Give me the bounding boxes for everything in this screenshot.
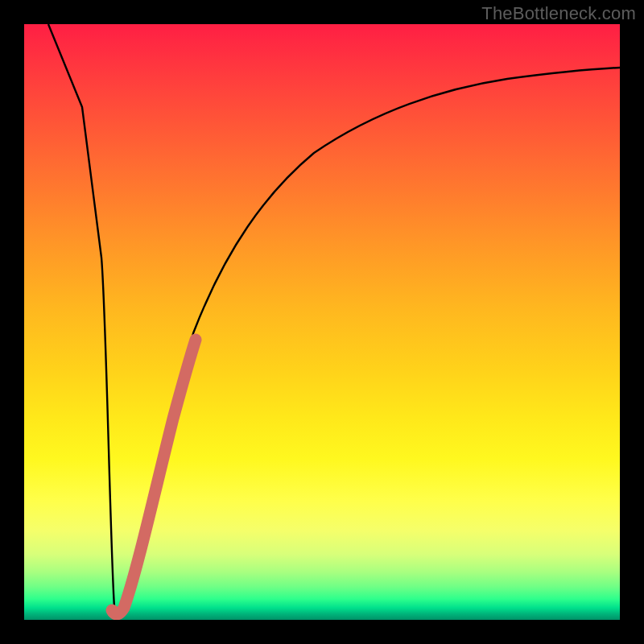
watermark-text: TheBottleneck.com <box>481 3 636 24</box>
plot-area <box>24 24 620 620</box>
chart-frame: TheBottleneck.com <box>0 0 644 644</box>
accent-end-dot <box>107 605 120 618</box>
accent-segment <box>112 340 196 614</box>
curve-layer <box>24 24 620 620</box>
bottleneck-curve <box>48 24 620 613</box>
